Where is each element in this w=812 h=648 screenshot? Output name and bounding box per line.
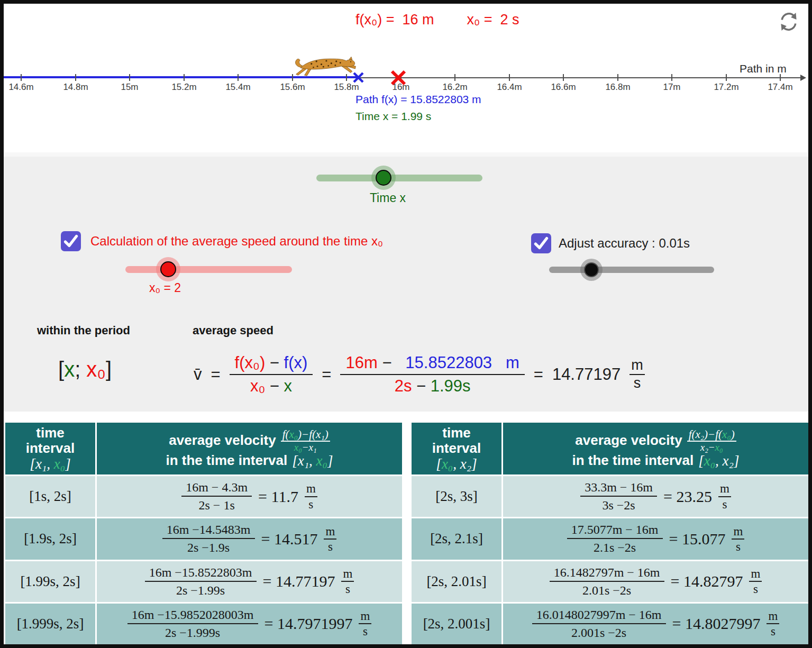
time-value-label: Time x = 1.99 s <box>355 110 431 123</box>
formula-cell: 17.5077m − 16m2.1s −2s = 15.077 ms <box>503 518 808 559</box>
avg-speed-checkbox-label: Calculation of the average speed around … <box>90 234 383 249</box>
panel-divider <box>4 152 808 157</box>
axis-tick: 16.4m <box>486 74 533 93</box>
formula-cell: 16m −15.9852028003m2s −1.999s = 14.79719… <box>97 604 402 644</box>
x0-value-label: x₀ = 2 s <box>467 12 519 28</box>
current-position-x-marker <box>352 71 364 86</box>
average-speed-formula: v̄ = f(x₀) − f(x) x₀ − x = 16m − 15.8522… <box>194 343 645 406</box>
time-slider-track[interactable] <box>316 175 482 181</box>
axis-tick: 14.6m <box>0 74 45 93</box>
axis-tick: 14.8m <box>52 74 99 93</box>
x0-position-x-marker <box>390 69 407 88</box>
right-velocity-table: time interval [x₀, x₂] average velocity … <box>412 423 808 644</box>
interval-cell: [2s, 2.1s] <box>412 518 501 559</box>
interval-cell: [2s, 3s] <box>412 476 501 517</box>
period-interval: [x; x₀] <box>58 358 112 381</box>
cheetah-image <box>292 52 360 77</box>
formula-cell: 16m − 4.3m2s − 1s = 11.7 ms <box>97 476 402 517</box>
interval-cell: [2s, 2.001s] <box>412 604 501 644</box>
speed-title: average speed <box>193 324 273 337</box>
axis-tick: 17.4m <box>756 74 804 93</box>
interval-cell: [1.999s, 2s] <box>5 604 95 644</box>
period-title: within the period <box>37 324 130 337</box>
reset-icon[interactable] <box>778 11 800 33</box>
avg-speed-checkbox[interactable] <box>61 231 81 251</box>
axis-tick: 17.2m <box>702 74 750 93</box>
interval-cell: [1s, 2s] <box>5 476 95 517</box>
equals-sign: = <box>322 365 331 384</box>
fx0-value-label: f(x₀) = 16 m <box>355 12 434 28</box>
left-table-header-interval: time interval [x₁, x₀] <box>5 423 95 474</box>
accuracy-slider-handle[interactable] <box>584 262 599 277</box>
left-velocity-table: time interval [x₁, x₀] average velocity … <box>5 423 402 644</box>
path-value-label: Path f(x) = 15.8522803 m <box>355 93 481 106</box>
accuracy-slider-track[interactable] <box>549 267 714 273</box>
vbar-symbol: v̄ <box>194 365 202 384</box>
formula-cell: 16.0148027997m − 16m2.001s −2s = 14.8027… <box>503 604 808 644</box>
left-table-header-velocity: average velocity f(x₀)−f(x₁)x₀−x₁ in the… <box>97 423 402 474</box>
interval-cell: [1.9s, 2s] <box>5 518 95 559</box>
speed-unit: m s <box>629 358 645 391</box>
numeric-fraction: 16m − 15.8522803 m 2s − 1.99s <box>340 353 524 396</box>
axis-tick: 15.4m <box>214 74 262 93</box>
formula-cell: 16m −15.8522803m2s −1.99s = 14.77197 ms <box>97 561 402 602</box>
right-table-header-interval: time interval [x₀, x₂] <box>412 423 501 474</box>
formula-cell: 33.3m − 16m3s −2s = 23.25 ms <box>503 476 808 517</box>
speed-result: 14.77197 <box>552 365 621 384</box>
applet-root: f(x₀) = 16 m x₀ = 2 s Path in m 14.6m 14… <box>0 0 812 648</box>
interval-cell: [1.99s, 2s] <box>5 561 95 602</box>
interval-cell: [2s, 2.01s] <box>412 561 501 602</box>
formula-cell: 16.1482797m − 16m2.01s −2s = 14.82797 ms <box>503 561 808 602</box>
axis-title: Path in m <box>740 62 787 75</box>
axis-tick: 15m <box>106 74 153 93</box>
axis-tick: 15.2m <box>160 74 208 93</box>
x0-slider-handle[interactable] <box>160 261 176 277</box>
formula-cell: 16m −14.5483m2s −1.9s = 14.517 ms <box>97 518 402 559</box>
axis-tick: 16.2m <box>431 74 479 93</box>
time-slider-label: Time x <box>364 191 412 205</box>
x0-slider-label: x₀ = 2 <box>149 281 181 295</box>
accuracy-checkbox[interactable] <box>531 233 551 253</box>
axis-tick: 16.6m <box>540 74 587 93</box>
axis-tick: 16.8m <box>594 74 642 93</box>
current-values-readout: f(x₀) = 16 m x₀ = 2 s <box>355 12 519 28</box>
equals-sign: = <box>211 365 221 384</box>
x0-slider-track[interactable] <box>125 266 292 273</box>
symbolic-fraction: f(x₀) − f(x) x₀ − x <box>230 353 313 396</box>
equals-sign: = <box>534 365 543 384</box>
axis-tick: 17m <box>648 74 696 93</box>
right-table-header-velocity: average velocity f(x₂)−f(x₀)x₂−x₀ in the… <box>503 423 808 474</box>
time-slider-handle[interactable] <box>376 170 391 186</box>
accuracy-checkbox-label: Adjust accuracy : 0.01s <box>559 236 690 251</box>
